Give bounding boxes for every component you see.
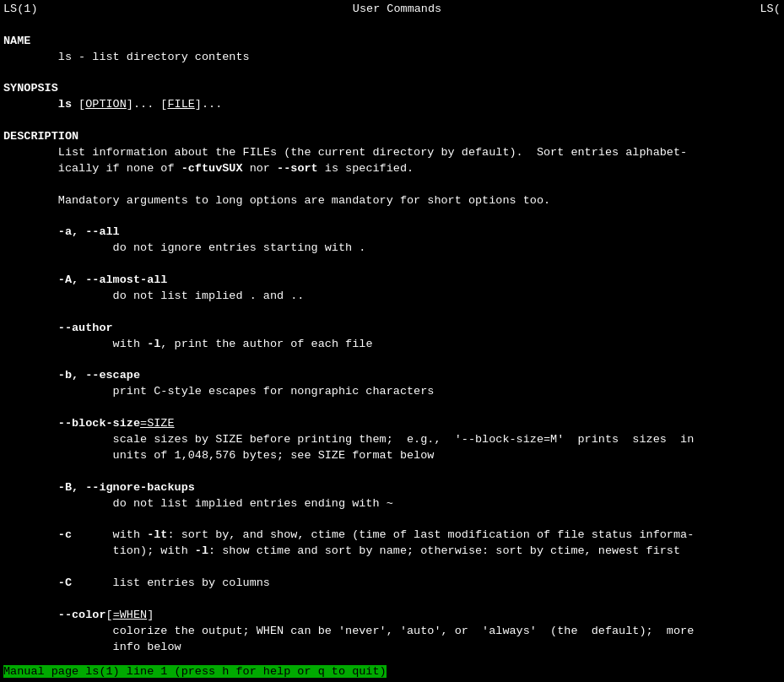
description-line1: List information about the FILEs (the cu…: [3, 145, 781, 161]
option-a-flag: -a, --all: [3, 225, 781, 241]
option-author-desc: with -l, print the author of each file: [3, 337, 781, 353]
option-color-flag: --color[=WHEN]: [3, 608, 781, 624]
option-author-flag: --author: [3, 321, 781, 337]
terminal: LS(1)User CommandsLS(1) NAME ls - list d…: [0, 0, 784, 682]
synopsis-label: SYNOPSIS: [3, 81, 781, 97]
description-line3: Mandatory arguments to long options are …: [3, 193, 781, 209]
option-B-desc: do not list implied entries ending with …: [3, 496, 781, 512]
blank-line-5: [3, 209, 781, 225]
option-B-flag: -B, --ignore-backups: [3, 480, 781, 496]
blank-line-3: [3, 113, 781, 129]
option-c-desc: tion); with -l: show ctime and sort by n…: [3, 544, 781, 560]
status-bar: Manual page ls(1) line 1 (press h for he…: [3, 664, 781, 680]
option-block-size-desc1: scale sizes by SIZE before printing them…: [3, 432, 781, 448]
blank-line-2: [3, 66, 781, 82]
blank-line-7: [3, 305, 781, 321]
synopsis-content: ls [OPTION]... [FILE]...: [3, 97, 781, 113]
option-A-flag: -A, --almost-all: [3, 273, 781, 289]
header-left: LS(1): [3, 3, 38, 15]
option-color-desc1: colorize the output; WHEN can be 'never'…: [3, 624, 781, 640]
option-color-desc2: info below: [3, 640, 781, 656]
blank-line-6: [3, 257, 781, 273]
option-a-desc: do not ignore entries starting with .: [3, 241, 781, 257]
option-block-size-desc2: units of 1,048,576 bytes; see SIZE forma…: [3, 448, 781, 464]
description-line2: ically if none of -cftuvSUX nor --sort i…: [3, 161, 781, 177]
option-c-flag: -c with -lt: sort by, and show, ctime (t…: [3, 528, 781, 544]
option-block-size-flag: --block-size=SIZE: [3, 416, 781, 432]
blank-line-1: [3, 18, 781, 34]
blank-line-12: [3, 560, 781, 576]
manual-page-content: LS(1)User CommandsLS(1) NAME ls - list d…: [3, 2, 781, 663]
blank-line-8: [3, 353, 781, 369]
blank-line-11: [3, 512, 781, 528]
header-right: LS(1): [760, 3, 781, 15]
status-text: Manual page ls(1) line 1 (press h for he…: [3, 665, 387, 678]
header-center: User Commands: [35, 2, 760, 18]
option-b-desc: print C-style escapes for nongraphic cha…: [3, 384, 781, 400]
option-C-flag: -C list entries by columns: [3, 576, 781, 592]
blank-line-4: [3, 177, 781, 193]
description-label: DESCRIPTION: [3, 129, 781, 145]
blank-line-13: [3, 592, 781, 608]
blank-line-9: [3, 400, 781, 416]
blank-line-10: [3, 464, 781, 480]
option-A-desc: do not list implied . and ..: [3, 289, 781, 305]
name-content: ls - list directory contents: [3, 50, 781, 66]
header-line: LS(1)User CommandsLS(1): [3, 2, 781, 18]
name-label: NAME: [3, 34, 781, 50]
option-b-flag: -b, --escape: [3, 368, 781, 384]
